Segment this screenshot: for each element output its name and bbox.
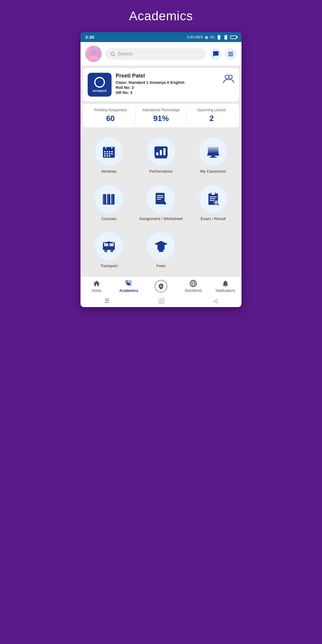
nav-octoplus[interactable]: [151, 280, 171, 292]
user-avatar[interactable]: [85, 46, 102, 62]
svg-rect-38: [103, 194, 106, 204]
profile-gr: GR No: 3: [116, 90, 184, 95]
svg-rect-40: [111, 194, 114, 204]
svg-rect-69: [103, 243, 105, 244]
svg-rect-53: [211, 192, 215, 195]
transport-label: Transport: [100, 263, 117, 269]
attendance-label: Attendance Percentage: [136, 108, 186, 112]
svg-rect-21: [109, 153, 110, 154]
svg-rect-43: [112, 194, 112, 204]
svg-rect-23: [104, 155, 106, 157]
nav-academics[interactable]: Academics: [118, 280, 139, 293]
chat-icon: [213, 51, 219, 57]
bell-icon: [222, 280, 229, 287]
nav-academics-label: Academics: [119, 289, 138, 293]
svg-rect-25: [109, 155, 110, 157]
svg-rect-4: [228, 52, 233, 52]
menu-item-performance[interactable]: Performance: [135, 132, 187, 179]
courses-icon: [101, 191, 117, 207]
classroom-icon-circle: [199, 137, 227, 166]
svg-rect-47: [157, 197, 163, 198]
performance-icon-circle: [147, 137, 175, 166]
menu-item-exam[interactable]: Exam / Result: [187, 179, 239, 227]
exam-icon: [205, 191, 221, 207]
stat-attendance[interactable]: Attendance Percentage 91%: [136, 108, 186, 123]
svg-rect-15: [104, 151, 106, 152]
app-header: Search: [80, 42, 242, 66]
menu-item-classroom[interactable]: My Classroom: [187, 132, 239, 179]
nav-back-btn[interactable]: ◁: [213, 298, 217, 304]
svg-rect-22: [111, 153, 113, 154]
fees-icon-circle: [147, 232, 175, 260]
search-placeholder: Search: [118, 51, 133, 57]
stat-upcoming[interactable]: Upcoming Lecture 2: [186, 108, 237, 123]
upcoming-value: 2: [186, 114, 237, 123]
svg-rect-18: [111, 151, 113, 152]
menu-item-courses[interactable]: Courses: [83, 179, 135, 227]
svg-rect-41: [103, 194, 104, 204]
avatar-image: [85, 46, 102, 62]
bottom-nav: Home Academics: [80, 276, 242, 295]
phone-frame: 3:30 0.00 KB/S ▣ 4G ▐▌ ▐▌ S: [80, 32, 242, 307]
nav-notifications[interactable]: Notifications: [215, 280, 236, 293]
svg-rect-27: [156, 152, 158, 155]
octopod-text: octopod: [93, 89, 107, 92]
menu-item-transport[interactable]: Transport: [83, 227, 135, 274]
exam-label: Exam / Result: [201, 216, 226, 222]
classroom-label: My Classroom: [200, 169, 226, 174]
svg-rect-55: [210, 198, 216, 199]
svg-rect-78: [130, 281, 131, 281]
almanac-icon: [101, 144, 117, 160]
menu-button[interactable]: [225, 48, 237, 60]
svg-point-8: [229, 75, 232, 79]
svg-rect-37: [210, 157, 217, 158]
fees-icon: [153, 239, 169, 254]
nav-home[interactable]: Home: [86, 280, 107, 293]
octopod-logo: octopod: [88, 73, 112, 97]
almanac-label: Almanac: [101, 169, 117, 174]
gr-value: 3: [130, 90, 132, 95]
profile-left: octopod Preeti Patel Class: Standard 1 A…: [88, 73, 184, 97]
class-label: Class:: [116, 80, 127, 85]
status-bar: 3:30 0.00 KB/S ▣ 4G ▐▌ ▐▌: [80, 32, 242, 42]
nav-octoworld[interactable]: OctoWorld: [183, 280, 204, 293]
nav-home-btn[interactable]: ⬜: [158, 298, 165, 304]
pending-value: 60: [85, 114, 136, 123]
menu-item-almanac[interactable]: Almanac: [83, 132, 135, 179]
octoplus-circle: [155, 280, 167, 292]
gr-label: GR No:: [116, 90, 129, 95]
svg-rect-5: [228, 54, 233, 54]
svg-rect-42: [108, 194, 108, 204]
upcoming-label: Upcoming Lecture: [186, 108, 237, 112]
svg-rect-81: [130, 284, 131, 286]
profile-info: Preeti Patel Class: Standard 1 Annanya A…: [116, 73, 184, 95]
svg-rect-76: [126, 282, 128, 283]
transport-icon: [101, 239, 117, 254]
svg-rect-19: [104, 153, 106, 154]
svg-rect-13: [105, 146, 106, 149]
stat-pending[interactable]: Pending Assignment 60: [85, 108, 136, 123]
nav-menu-btn[interactable]: ☰: [105, 298, 109, 304]
svg-rect-34: [208, 147, 219, 149]
courses-icon-circle: [95, 185, 123, 213]
battery-icon: [230, 35, 237, 39]
exam-icon-circle: [199, 185, 227, 213]
svg-point-0: [91, 49, 96, 55]
class-value: Standard 1 Annanya A English: [129, 80, 185, 85]
svg-rect-63: [103, 248, 115, 250]
nav-notifications-label: Notifications: [216, 289, 235, 293]
profile-group-icon[interactable]: [223, 73, 234, 84]
svg-rect-70: [112, 243, 114, 244]
svg-rect-17: [109, 151, 110, 152]
svg-line-3: [114, 55, 115, 56]
chat-button[interactable]: [210, 48, 222, 60]
menu-item-assignment[interactable]: Assignment / Worksheet: [135, 179, 187, 227]
header-icons: [210, 48, 237, 60]
menu-grid: Almanac Performance: [80, 130, 242, 276]
svg-rect-80: [130, 282, 131, 283]
profile-name: Preeti Patel: [116, 73, 184, 79]
search-bar[interactable]: Search: [105, 48, 206, 60]
menu-item-fees[interactable]: Fees: [135, 227, 187, 274]
svg-rect-16: [106, 151, 108, 152]
assignment-icon: [153, 191, 169, 207]
